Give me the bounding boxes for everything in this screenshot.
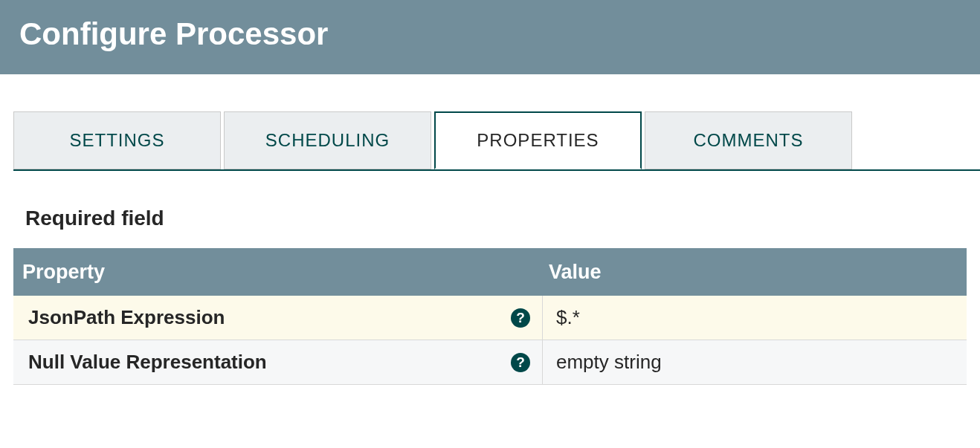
property-value: $.* bbox=[556, 306, 580, 328]
property-value-cell[interactable]: $.* bbox=[543, 306, 967, 329]
help-icon[interactable]: ? bbox=[511, 353, 530, 372]
property-name: Null Value Representation bbox=[28, 351, 267, 374]
tab-properties[interactable]: PROPERTIES bbox=[434, 111, 642, 169]
tab-settings[interactable]: SETTINGS bbox=[13, 111, 221, 169]
property-value: empty string bbox=[556, 351, 662, 373]
tabs-bar: SETTINGS SCHEDULING PROPERTIES COMMENTS bbox=[13, 111, 980, 171]
property-name-cell: JsonPath Expression ? bbox=[13, 296, 543, 340]
tab-label: PROPERTIES bbox=[477, 130, 599, 151]
property-name-cell: Null Value Representation ? bbox=[13, 340, 543, 384]
table-row[interactable]: JsonPath Expression ? $.* bbox=[13, 296, 967, 340]
tab-label: COMMENTS bbox=[694, 130, 804, 151]
header-property: Property bbox=[13, 261, 543, 284]
header-value: Value bbox=[543, 261, 967, 284]
table-header: Property Value bbox=[13, 248, 967, 296]
dialog-title: Configure Processor bbox=[19, 16, 980, 52]
table-row[interactable]: Null Value Representation ? empty string bbox=[13, 340, 967, 385]
dialog-header: Configure Processor bbox=[0, 0, 980, 74]
tab-label: SCHEDULING bbox=[265, 130, 390, 151]
tab-label: SETTINGS bbox=[69, 130, 164, 151]
required-field-label: Required field bbox=[25, 207, 980, 230]
tabs-spacer bbox=[855, 111, 980, 169]
tab-comments[interactable]: COMMENTS bbox=[645, 111, 852, 169]
property-name: JsonPath Expression bbox=[28, 306, 225, 329]
property-value-cell[interactable]: empty string bbox=[543, 351, 967, 374]
help-icon[interactable]: ? bbox=[511, 308, 530, 328]
properties-table: Property Value JsonPath Expression ? $.*… bbox=[13, 248, 967, 385]
dialog-content: SETTINGS SCHEDULING PROPERTIES COMMENTS … bbox=[0, 111, 980, 385]
tab-scheduling[interactable]: SCHEDULING bbox=[224, 111, 431, 169]
